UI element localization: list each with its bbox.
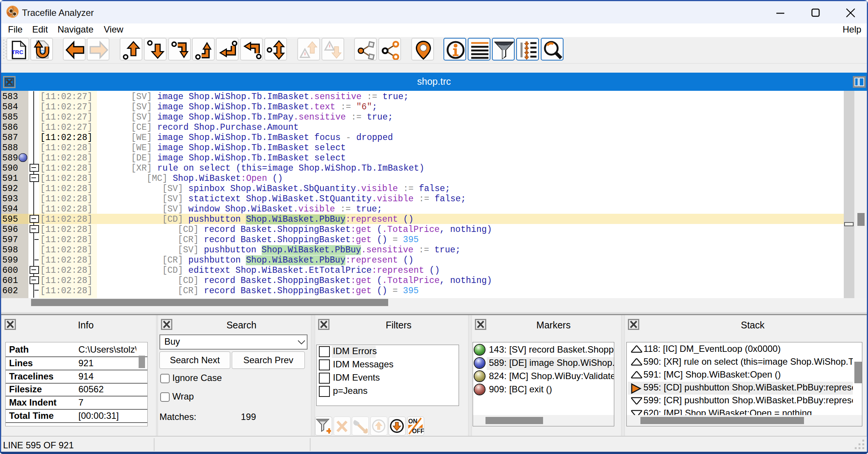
svg-text:OFF: OFF	[412, 428, 424, 434]
svg-text:TRC: TRC	[12, 49, 23, 55]
svg-text:ON: ON	[408, 418, 417, 424]
